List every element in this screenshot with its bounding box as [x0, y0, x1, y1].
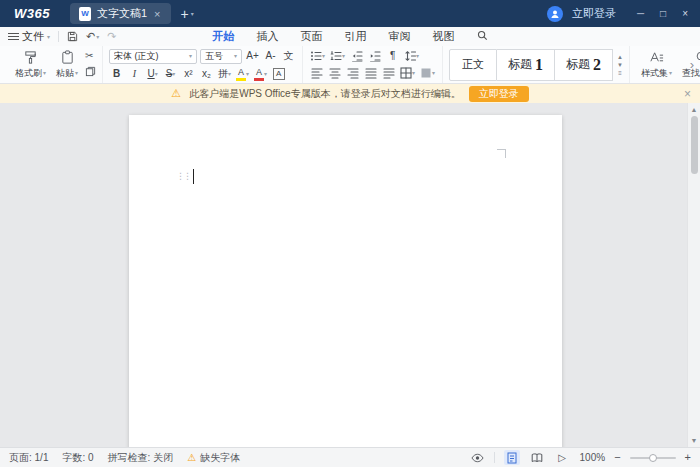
find-replace-button[interactable]: 查找替换▾: [677, 49, 700, 81]
tab-page[interactable]: 页面: [291, 30, 333, 43]
phonetic-guide-button[interactable]: 拼▾: [217, 68, 232, 81]
plus-icon: +: [181, 7, 189, 21]
page-view-icon[interactable]: [504, 450, 520, 465]
bullet-list-button[interactable]: ▾: [309, 50, 326, 63]
style-set-button[interactable]: 样式集▾: [636, 49, 677, 81]
document-tab[interactable]: W 文字文稿1 ×: [70, 3, 171, 24]
eye-protection-icon[interactable]: [469, 450, 485, 465]
align-left-button[interactable]: [309, 67, 324, 80]
increase-font-button[interactable]: A+: [245, 50, 260, 63]
clear-format-button[interactable]: 文: [281, 50, 296, 63]
document-page[interactable]: ⋮⋮: [129, 115, 562, 447]
file-menu-button[interactable]: 文件 ▾: [8, 29, 50, 44]
style-heading1[interactable]: 标题 1: [497, 49, 555, 81]
line-spacing-button[interactable]: ▾: [403, 50, 420, 63]
document-area: ⋮⋮ ▲ ▼: [0, 103, 700, 447]
zoom-in-button[interactable]: +: [685, 452, 691, 463]
tab-close-icon[interactable]: ×: [153, 8, 161, 20]
search-button[interactable]: [467, 29, 498, 44]
increase-indent-button[interactable]: [367, 50, 382, 63]
numbered-list-button[interactable]: ▾: [329, 50, 346, 63]
subscript-button[interactable]: x₂: [199, 68, 214, 81]
paragraph-group: ▾ ▾ ¶ ▾: [302, 46, 442, 83]
app-logo[interactable]: W365: [8, 6, 56, 21]
zoom-out-button[interactable]: −: [614, 452, 620, 463]
highlight-color-button[interactable]: A ▾: [235, 68, 250, 81]
bold-button[interactable]: B: [109, 68, 124, 81]
cut-button[interactable]: ✂: [85, 51, 96, 61]
vertical-scrollbar[interactable]: ▲ ▼: [687, 103, 700, 447]
shading-icon: [420, 67, 432, 79]
decrease-font-button[interactable]: A-: [263, 50, 278, 63]
minimize-button[interactable]: ─: [637, 9, 644, 19]
caret-down-icon: ▾: [416, 53, 419, 59]
style-heading2[interactable]: 标题 2: [555, 49, 613, 81]
tab-view[interactable]: 视图: [423, 30, 465, 43]
align-right-button[interactable]: [345, 67, 360, 80]
user-avatar-icon[interactable]: [547, 6, 563, 22]
style-normal-label: 正文: [462, 57, 484, 72]
statusbar-right: ▷ 100% − +: [469, 450, 691, 465]
align-center-button[interactable]: [327, 67, 342, 80]
format-painter-button[interactable]: 格式刷▾: [10, 49, 51, 81]
page-indicator[interactable]: 页面: 1/1: [9, 451, 48, 465]
style-heading1-label: 标题: [508, 56, 532, 73]
paste-button[interactable]: 粘贴▾: [51, 49, 83, 81]
strikethrough-button[interactable]: S▾: [163, 68, 178, 81]
drag-handle-icon[interactable]: ⋮⋮: [176, 172, 190, 181]
banner-close-icon[interactable]: ×: [684, 88, 691, 100]
banner-login-button[interactable]: 立即登录: [469, 86, 529, 102]
missing-fonts-warning[interactable]: ⚠ 缺失字体: [187, 451, 240, 465]
spellcheck-status[interactable]: 拼写检查: 关闭: [108, 451, 174, 465]
tab-references[interactable]: 引用: [335, 30, 377, 43]
scroll-up-icon[interactable]: ▲: [691, 103, 698, 116]
justify-button[interactable]: [363, 67, 378, 80]
copy-button[interactable]: [85, 66, 96, 79]
tab-home[interactable]: 开始: [203, 30, 245, 43]
superscript-button[interactable]: x²: [181, 68, 196, 81]
font-color-button[interactable]: A ▾: [253, 68, 268, 81]
zoom-slider[interactable]: [630, 457, 676, 459]
zoom-level[interactable]: 100%: [579, 452, 605, 463]
undo-button[interactable]: ↶ ▾: [86, 31, 99, 42]
font-size-select[interactable]: 五号 ▾: [200, 49, 242, 64]
gallery-more-icon[interactable]: ≡: [617, 70, 623, 76]
style-normal[interactable]: 正文: [449, 49, 497, 81]
font-size-value: 五号: [205, 50, 230, 63]
zoom-slider-knob[interactable]: [649, 454, 657, 462]
underline-button[interactable]: U▾: [145, 68, 160, 81]
play-view-icon[interactable]: ▷: [554, 450, 570, 465]
menubar: 开始 插入 页面 引用 审阅 视图 文件 ▾ ↶ ▾: [0, 27, 700, 46]
banner-message: 此客户端是WPS Office专属版本，请登录后对文档进行编辑。: [189, 87, 461, 101]
ribbon-expand-icon[interactable]: ›: [690, 46, 694, 83]
font-family-select[interactable]: 宋体 (正文) ▾: [109, 49, 197, 64]
show-marks-button[interactable]: ¶: [385, 50, 400, 63]
new-tab-button[interactable]: + ▾: [181, 7, 194, 21]
gallery-down-icon[interactable]: ▼: [617, 62, 623, 68]
maximize-button[interactable]: □: [660, 9, 666, 19]
shading-button[interactable]: ▾: [419, 67, 436, 80]
reading-view-icon[interactable]: [529, 450, 545, 465]
caret-down-icon: ▾: [96, 34, 99, 40]
document-icon: W: [79, 7, 91, 21]
format-painter-icon: [23, 50, 38, 65]
copy-icon: [85, 66, 96, 77]
close-button[interactable]: ×: [682, 9, 688, 19]
word-count[interactable]: 字数: 0: [62, 451, 93, 465]
gallery-up-icon[interactable]: ▲: [617, 54, 623, 60]
italic-button[interactable]: I: [127, 68, 142, 81]
style-gallery: 正文 标题 1 标题 2 ▲ ▼ ≡: [449, 49, 623, 81]
decrease-indent-button[interactable]: [349, 50, 364, 63]
borders-button[interactable]: ▾: [399, 67, 416, 80]
scrollbar-thumb[interactable]: [691, 116, 698, 174]
caret-down-icon: ▾: [47, 34, 50, 40]
align-left-icon: [311, 67, 323, 79]
scroll-down-icon[interactable]: ▼: [691, 434, 698, 447]
tab-review[interactable]: 审阅: [379, 30, 421, 43]
character-border-button[interactable]: A: [271, 68, 286, 81]
save-button[interactable]: [67, 31, 78, 42]
redo-button[interactable]: ↷: [107, 31, 116, 42]
titlebar-login-link[interactable]: 立即登录: [572, 6, 616, 21]
tab-insert[interactable]: 插入: [247, 30, 289, 43]
distribute-button[interactable]: [381, 67, 396, 80]
